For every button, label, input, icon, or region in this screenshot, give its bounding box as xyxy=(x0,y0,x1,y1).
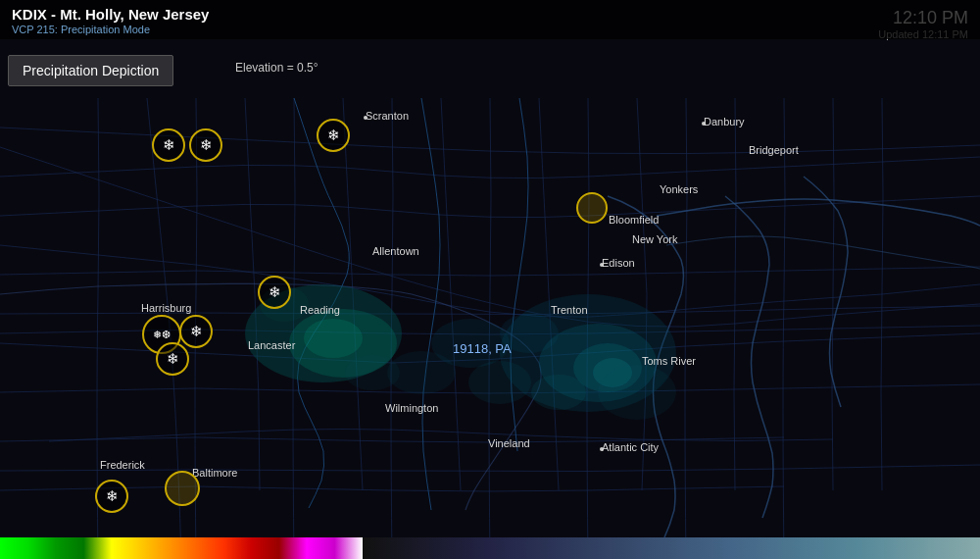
weather-icon-snow: ❄ xyxy=(152,128,185,162)
city-label: Toms River xyxy=(642,355,696,367)
weather-icon-snow: ❄ xyxy=(179,315,213,348)
weather-icon-snow: ❄ xyxy=(189,128,222,162)
precip-depiction-button[interactable]: Precipitation Depiction xyxy=(8,55,173,86)
city-label: Vineland xyxy=(488,437,530,449)
svg-point-13 xyxy=(468,361,531,404)
city-label: Frederick xyxy=(100,459,145,471)
map-container: KDIX - Mt. Holly, New Jersey VCP 215: Pr… xyxy=(0,0,980,559)
weather-icon-snow: ❄ xyxy=(258,276,291,309)
legend-precip-colors xyxy=(0,537,363,559)
city-label: Harrisburg xyxy=(141,302,191,314)
city-label: Lancaster xyxy=(248,339,295,351)
city-highlight-circle xyxy=(165,471,200,506)
city-label: Trenton xyxy=(551,304,588,316)
city-label: Scranton xyxy=(366,110,409,122)
city-label: Yonkers xyxy=(660,183,698,195)
weather-icon-snow: ❄ xyxy=(95,480,128,513)
legend-bar xyxy=(0,537,980,559)
weather-icon-snow: ❄ xyxy=(156,342,189,376)
station-title: KDIX - Mt. Holly, New Jersey xyxy=(12,6,968,23)
city-label: Danbury xyxy=(704,116,745,127)
city-highlight-circle xyxy=(576,192,608,224)
header-bar: KDIX - Mt. Holly, New Jersey VCP 215: Pr… xyxy=(0,0,980,39)
city-label: New York xyxy=(632,233,677,245)
city-label: Allentown xyxy=(372,245,419,257)
svg-point-3 xyxy=(304,319,363,358)
city-label: Bloomfield xyxy=(609,214,659,226)
weather-icon-snow: ❄ xyxy=(317,119,350,152)
svg-point-12 xyxy=(345,355,400,390)
city-label: Bridgeport xyxy=(749,144,799,156)
pa-label: 19118, PA xyxy=(453,341,512,356)
legend-velocity-colors xyxy=(363,537,980,559)
svg-point-15 xyxy=(598,365,676,420)
vcp-subtitle: VCP 215: Precipitation Mode xyxy=(12,24,968,35)
elevation-label: Elevation = 0.5° xyxy=(235,61,318,75)
svg-point-14 xyxy=(531,375,586,410)
city-label: Reading xyxy=(300,304,340,316)
city-label: Wilmington xyxy=(385,402,438,414)
city-label: Edison xyxy=(602,257,635,269)
city-label: Baltimore xyxy=(192,467,237,479)
city-label: Atlantic City xyxy=(602,441,659,453)
